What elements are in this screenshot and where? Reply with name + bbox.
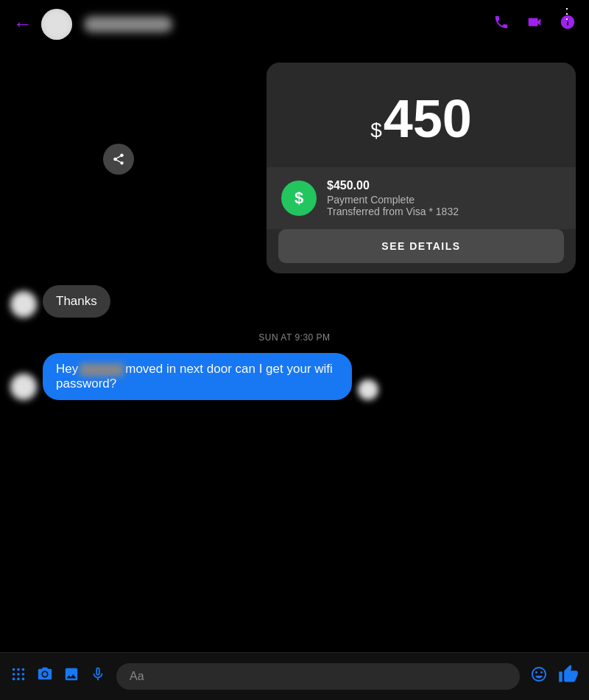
svg-point-3 bbox=[13, 673, 15, 676]
sender-avatar-small bbox=[358, 379, 378, 400]
svg-point-6 bbox=[13, 678, 15, 681]
wifi-bubble: Heymoved in next door can I get your wif… bbox=[43, 353, 352, 400]
more-options-icon[interactable]: ⋮ bbox=[560, 4, 576, 22]
avatar bbox=[41, 9, 72, 40]
payment-info-section: $ $450.00 Payment Complete Transferred f… bbox=[267, 167, 576, 229]
svg-point-1 bbox=[17, 668, 20, 671]
payment-source: Transferred from Visa * 1832 bbox=[327, 206, 459, 217]
payment-details: $450.00 Payment Complete Transferred fro… bbox=[327, 179, 459, 217]
message-row-wifi: Heymoved in next door can I get your wif… bbox=[0, 350, 589, 403]
chat-header: ← ⋮ bbox=[0, 0, 589, 48]
svg-point-4 bbox=[17, 673, 20, 676]
message-input-placeholder: Aa bbox=[130, 670, 144, 683]
camera-icon[interactable] bbox=[37, 666, 53, 687]
payment-status: Payment Complete bbox=[327, 194, 459, 206]
payment-amount: 450 bbox=[384, 92, 472, 145]
svg-point-2 bbox=[22, 668, 25, 671]
see-details-label: SEE DETAILS bbox=[381, 240, 460, 252]
currency-symbol: $ bbox=[370, 119, 382, 142]
wifi-text-pre: Hey bbox=[56, 362, 78, 376]
share-button[interactable] bbox=[103, 144, 134, 175]
payment-amount-full: $450.00 bbox=[327, 179, 459, 192]
sender-avatar bbox=[10, 291, 37, 318]
message-row-thanks: Thanks bbox=[0, 282, 589, 321]
svg-point-5 bbox=[22, 673, 25, 676]
svg-point-7 bbox=[17, 678, 20, 681]
contact-name-blurred bbox=[84, 16, 172, 32]
back-button[interactable]: ← bbox=[13, 13, 32, 35]
svg-point-8 bbox=[22, 678, 25, 681]
emoji-icon[interactable] bbox=[530, 665, 548, 687]
contact-name-inline-blur bbox=[80, 363, 124, 377]
payment-dollar-icon: $ bbox=[294, 189, 303, 208]
message-input-wrapper[interactable]: Aa bbox=[116, 663, 520, 690]
payment-service-icon: $ bbox=[281, 181, 317, 216]
see-details-button[interactable]: SEE DETAILS bbox=[278, 229, 564, 263]
chat-area: $ 450 $ $450.00 Payment Complete Transfe… bbox=[0, 48, 589, 652]
timestamp: SUN AT 9:30 PM bbox=[0, 332, 589, 343]
thanks-bubble: Thanks bbox=[43, 285, 110, 318]
payment-card: $ 450 $ $450.00 Payment Complete Transfe… bbox=[267, 63, 576, 273]
video-icon[interactable] bbox=[526, 14, 543, 35]
thumbs-up-button[interactable] bbox=[558, 664, 579, 690]
sender-avatar-wifi bbox=[10, 374, 37, 400]
microphone-icon[interactable] bbox=[90, 666, 106, 687]
image-gallery-icon[interactable] bbox=[63, 666, 80, 687]
phone-icon[interactable] bbox=[493, 14, 509, 35]
avatar-blur bbox=[41, 9, 72, 40]
svg-point-0 bbox=[13, 668, 15, 671]
apps-grid-icon[interactable] bbox=[10, 666, 27, 687]
payment-card-wrapper: $ 450 $ $450.00 Payment Complete Transfe… bbox=[0, 63, 589, 273]
input-bar: Aa bbox=[0, 652, 589, 700]
payment-amount-section: $ 450 bbox=[267, 63, 576, 167]
